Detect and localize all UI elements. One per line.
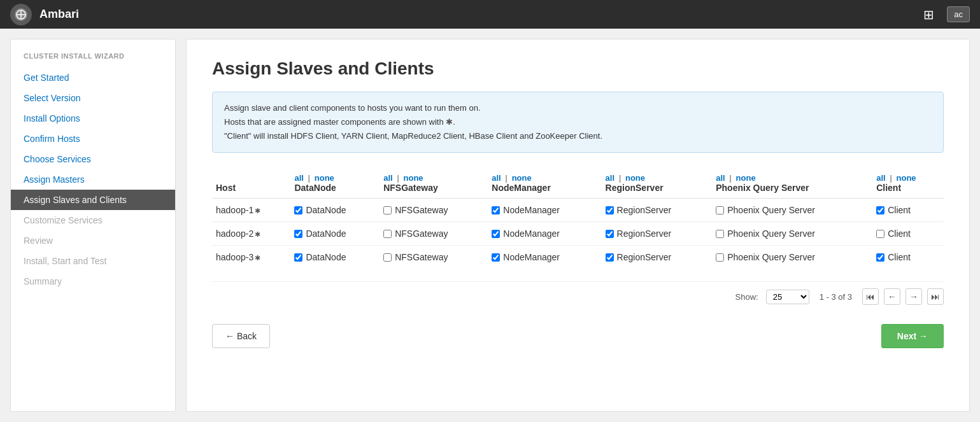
phoenix-checkbox-label-2[interactable]: Phoenix Query Server: [716, 252, 869, 262]
datanode-label-1: DataNode: [306, 229, 346, 239]
nfsgateway-label-2: NFSGateway: [395, 252, 448, 262]
nfsgateway-checkbox-0[interactable]: [383, 206, 392, 215]
client-checkbox-2[interactable]: [876, 253, 884, 262]
datanode-all-link[interactable]: all: [294, 173, 303, 183]
phoenix-checkbox-2[interactable]: [716, 253, 724, 262]
sidebar-item-install-options[interactable]: Install Options: [11, 108, 175, 129]
phoenix-none-link[interactable]: none: [736, 173, 756, 183]
client-cell-0: Client: [872, 199, 944, 222]
col-host: Host: [212, 168, 290, 199]
client-checkbox-label-2[interactable]: Client: [876, 252, 940, 262]
user-menu-button[interactable]: ac: [947, 6, 970, 22]
assign-table: Host all | none DataNode al: [212, 168, 944, 269]
nfsgateway-checkbox-label-2[interactable]: NFSGateway: [383, 252, 484, 262]
sidebar-item-assign-slaves[interactable]: Assign Slaves and Clients: [11, 190, 175, 210]
nodemanager-all-link[interactable]: all: [492, 173, 501, 183]
nfsgateway-checkbox-label-1[interactable]: NFSGateway: [383, 229, 484, 239]
datanode-cell-1: DataNode: [290, 222, 380, 246]
content-panel: Assign Slaves and Clients Assign slave a…: [186, 39, 970, 412]
client-label-2: Client: [888, 252, 911, 262]
datanode-checkbox-label-2[interactable]: DataNode: [294, 252, 376, 262]
last-page-button[interactable]: ⏭: [927, 288, 944, 305]
show-select[interactable]: 25 10 50 100: [766, 290, 809, 304]
nfsgateway-cell-2: NFSGateway: [380, 246, 488, 269]
info-line2: Hosts that are assigned master component…: [224, 115, 932, 129]
regionserver-checkbox-label-0[interactable]: RegionServer: [606, 205, 709, 215]
show-label: Show:: [735, 292, 758, 302]
sidebar-item-confirm-hosts[interactable]: Confirm Hosts: [11, 129, 175, 149]
datanode-checkbox-1[interactable]: [294, 230, 302, 238]
host-cell-0: hadoop-1✱: [212, 199, 290, 222]
phoenix-checkbox-0[interactable]: [716, 206, 724, 215]
client-label-1: Client: [888, 229, 911, 239]
client-cell-2: Client: [872, 246, 944, 269]
nodemanager-cell-1: NodeManager: [488, 222, 601, 246]
col-regionserver-header: all | none RegionServer: [602, 168, 713, 199]
table-row: hadoop-3✱DataNodeNFSGatewayNodeManagerRe…: [212, 246, 944, 269]
grid-icon[interactable]: ⊞: [923, 7, 934, 22]
nfsgateway-all-link[interactable]: all: [383, 173, 392, 183]
datanode-cell-0: DataNode: [290, 199, 380, 222]
nodemanager-checkbox-0[interactable]: [492, 206, 500, 215]
sidebar-item-choose-services[interactable]: Choose Services: [11, 149, 175, 169]
datanode-cell-2: DataNode: [290, 246, 380, 269]
nodemanager-checkbox-label-1[interactable]: NodeManager: [492, 229, 597, 239]
datanode-checkbox-2[interactable]: [294, 253, 302, 262]
col-nfsgateway-header: all | none NFSGateway: [380, 168, 488, 199]
datanode-checkbox-label-1[interactable]: DataNode: [294, 229, 376, 239]
nfsgateway-checkbox-1[interactable]: [383, 230, 392, 238]
next-button[interactable]: Next →: [881, 324, 944, 348]
nfsgateway-none-link[interactable]: none: [404, 173, 423, 183]
nodemanager-cell-2: NodeManager: [488, 246, 601, 269]
regionserver-label-2: RegionServer: [617, 252, 672, 262]
first-page-button[interactable]: ⏮: [862, 288, 879, 305]
client-checkbox-label-0[interactable]: Client: [876, 205, 940, 215]
sidebar-item-install-start-test: Install, Start and Test: [11, 251, 175, 271]
datanode-none-link[interactable]: none: [315, 173, 334, 183]
datanode-all-none: all | none: [294, 173, 376, 183]
regionserver-checkbox-0[interactable]: [606, 206, 614, 215]
regionserver-checkbox-label-1[interactable]: RegionServer: [606, 229, 709, 239]
phoenix-all-link[interactable]: all: [716, 173, 725, 183]
app-logo: [10, 4, 32, 25]
host-cell-2: hadoop-3✱: [212, 246, 290, 269]
main-layout: CLUSTER INSTALL WIZARD Get Started Selec…: [0, 29, 980, 422]
sidebar-item-select-version[interactable]: Select Version: [11, 88, 175, 108]
phoenix-checkbox-label-1[interactable]: Phoenix Query Server: [716, 229, 869, 239]
nodemanager-checkbox-label-2[interactable]: NodeManager: [492, 252, 597, 262]
nfsgateway-checkbox-label-0[interactable]: NFSGateway: [383, 205, 484, 215]
nfsgateway-cell-1: NFSGateway: [380, 222, 488, 246]
back-button[interactable]: ← Back: [212, 324, 270, 348]
datanode-checkbox-0[interactable]: [294, 206, 302, 215]
phoenix-cell-0: Phoenix Query Server: [712, 199, 872, 222]
phoenix-checkbox-label-0[interactable]: Phoenix Query Server: [716, 205, 869, 215]
nodemanager-none-link[interactable]: none: [512, 173, 532, 183]
nodemanager-checkbox-label-0[interactable]: NodeManager: [492, 205, 597, 215]
nfsgateway-checkbox-2[interactable]: [383, 253, 392, 262]
sidebar-item-get-started[interactable]: Get Started: [11, 67, 175, 88]
nodemanager-checkbox-2[interactable]: [492, 253, 500, 262]
phoenix-checkbox-1[interactable]: [716, 230, 724, 238]
client-checkbox-label-1[interactable]: Client: [876, 229, 940, 239]
regionserver-label-1: RegionServer: [617, 229, 672, 239]
nfsgateway-label-1: NFSGateway: [395, 229, 448, 239]
client-all-link[interactable]: all: [876, 173, 885, 183]
regionserver-checkbox-2[interactable]: [606, 253, 614, 262]
client-checkbox-1[interactable]: [876, 230, 884, 238]
datanode-checkbox-label-0[interactable]: DataNode: [294, 205, 376, 215]
next-page-button[interactable]: →: [905, 288, 922, 305]
client-checkbox-0[interactable]: [876, 206, 884, 215]
regionserver-checkbox-1[interactable]: [606, 230, 614, 238]
info-line1: Assign slave and client components to ho…: [224, 101, 932, 115]
regionserver-all-link[interactable]: all: [606, 173, 614, 183]
regionserver-checkbox-label-2[interactable]: RegionServer: [606, 252, 709, 262]
prev-page-button[interactable]: ←: [884, 288, 900, 305]
nfsgateway-cell-0: NFSGateway: [380, 199, 488, 222]
regionserver-none-link[interactable]: none: [625, 173, 645, 183]
client-none-link[interactable]: none: [897, 173, 916, 183]
col-datanode-header: all | none DataNode: [290, 168, 380, 199]
host-cell-1: hadoop-2✱: [212, 222, 290, 246]
nodemanager-checkbox-1[interactable]: [492, 230, 500, 238]
sidebar-item-assign-masters[interactable]: Assign Masters: [11, 169, 175, 190]
regionserver-all-none: all | none: [606, 173, 709, 183]
